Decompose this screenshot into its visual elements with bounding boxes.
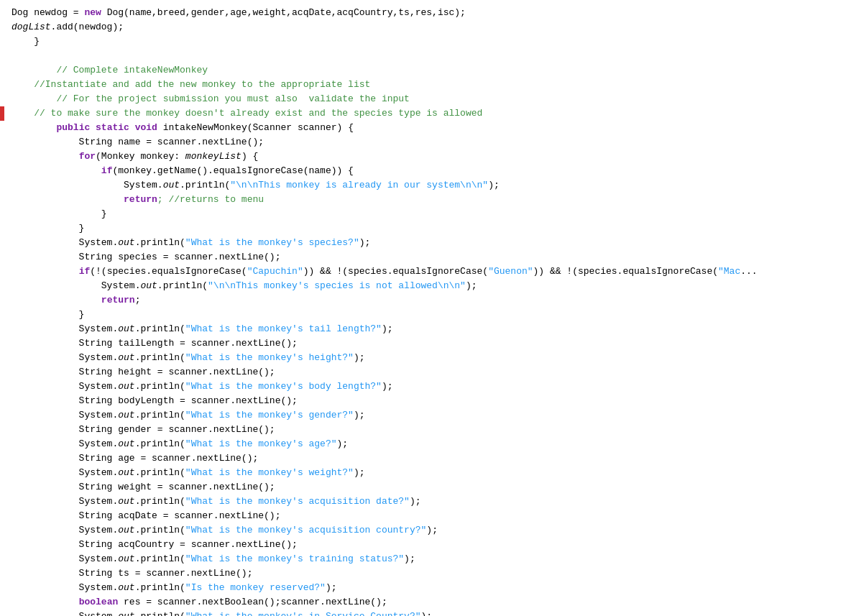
token-comment: // to make sure the monkey doesn't alrea…: [12, 108, 482, 119]
code-line: System.out.println("Is the monkey reserv…: [0, 581, 846, 595]
token-out-italic: out: [118, 611, 134, 616]
token-plain: }: [12, 36, 40, 47]
token-plain: System.: [12, 611, 118, 616]
token-plain: String age = scanner.nextLine();: [12, 453, 258, 464]
line-content: for(Monkey monkey: monkeyList) {: [4, 150, 846, 164]
code-line: public static void intakeNewMonkey(Scann…: [0, 121, 846, 135]
token-comment: //Instantiate and add the new monkey to …: [12, 79, 370, 90]
line-content: System.out.println("What is the monkey's…: [4, 495, 846, 509]
token-out-italic: out: [118, 553, 134, 564]
line-content: // to make sure the monkey doesn't alrea…: [4, 106, 846, 121]
line-content: String tailLength = scanner.nextLine();: [4, 336, 846, 351]
token-plain: .println(: [157, 280, 208, 291]
token-plain: String species = scanner.nextLine();: [12, 252, 280, 262]
code-line: System.out.println("What is the monkey's…: [0, 437, 846, 451]
token-plain: );: [410, 496, 421, 507]
code-line: }: [0, 35, 846, 49]
code-line: System.out.println("What is the monkey's…: [0, 408, 846, 423]
token-plain: .println(: [135, 611, 185, 616]
token-plain: ...: [740, 266, 757, 277]
token-comment-inline: ; //returns to menu: [157, 194, 264, 205]
code-line: String age = scanner.nextLine();: [0, 451, 846, 466]
token-blue-string: "What is the monkey's training status?": [185, 553, 404, 564]
token-blue-string: "Capuchin": [247, 266, 303, 277]
line-content: String weight = scanner.nextLine();: [4, 480, 846, 495]
token-plain: .println(: [135, 352, 185, 363]
token-plain: .println(: [135, 496, 185, 507]
token-kw: return: [124, 194, 157, 205]
token-plain: [12, 266, 79, 277]
code-line: String ts = scanner.nextLine();: [0, 566, 846, 581]
line-content: boolean res = scanner.nextBoolean();scan…: [4, 595, 846, 610]
line-content: System.out.println("What is the monkey's…: [4, 437, 846, 451]
token-blue-string: "Mac: [718, 266, 740, 277]
token-blue-string: "\n\nThis monkey is already in our syste…: [230, 180, 488, 190]
token-out-italic: out: [140, 280, 157, 291]
token-blue-string: "What is the monkey's weight?": [185, 467, 354, 478]
line-content: System.out.println("What is the monkey's…: [4, 322, 846, 336]
token-plain: System.: [12, 410, 118, 420]
code-editor: Dog newdog = new Dog(name,breed,gender,a…: [0, 0, 846, 616]
token-plain: }: [12, 208, 107, 219]
token-plain: .println(: [180, 180, 230, 190]
line-content: dogList.add(newdog);: [4, 20, 846, 35]
line-content: String bodyLength = scanner.nextLine();: [4, 394, 846, 408]
token-plain: String acqCountry = scanner.nextLine();: [12, 539, 298, 550]
token-plain: );: [382, 381, 393, 392]
code-line: System.out.println("What is the monkey's…: [0, 351, 846, 365]
line-content: System.out.println("What is the monkey's…: [4, 466, 846, 480]
token-plain: }: [12, 223, 84, 234]
code-line: if(monkey.getName().equalsIgnoreCase(nam…: [0, 164, 846, 178]
token-kw: new: [84, 7, 101, 18]
line-content: String height = scanner.nextLine();: [4, 365, 846, 380]
token-plain: Dog newdog =: [12, 7, 84, 18]
token-plain: String tailLength = scanner.nextLine();: [12, 338, 298, 349]
token-plain: )) && !(species.equalsIgnoreCase(: [533, 266, 718, 277]
code-line: // Complete intakeNewMonkey: [0, 63, 846, 78]
token-plain: (!(species.equalsIgnoreCase(: [90, 266, 247, 277]
token-plain: [12, 122, 56, 133]
token-plain: .println(: [135, 525, 185, 535]
token-blue-string: "What is the monkey's in Service Country…: [185, 611, 421, 616]
token-kw: void: [135, 122, 157, 133]
code-line: System.out.println("What is the monkey's…: [0, 495, 846, 509]
token-blue-string: "What is the monkey's age?": [185, 438, 337, 449]
token-plain: );: [354, 467, 365, 478]
token-plain: ) {: [242, 151, 258, 162]
token-comment: // For the project submission you must a…: [12, 93, 410, 104]
line-content: return; //returns to menu: [4, 193, 846, 207]
line-content: }: [4, 221, 846, 236]
token-blue-string: "What is the monkey's gender?": [185, 410, 354, 420]
line-content: System.out.println("What is the monkey's…: [4, 380, 846, 394]
token-plain: System.: [12, 323, 118, 334]
token-plain: System.: [12, 381, 118, 392]
token-plain: System.: [12, 180, 163, 190]
code-line: return; //returns to menu: [0, 193, 846, 207]
code-line: dogList.add(newdog);: [0, 20, 846, 35]
token-plain: String name = scanner.nextLine();: [12, 137, 264, 147]
token-plain: )) && !(species.equalsIgnoreCase(: [303, 266, 488, 277]
token-plain: .println(: [135, 467, 185, 478]
code-line: System.out.println("What is the monkey's…: [0, 466, 846, 480]
code-line: String weight = scanner.nextLine();: [0, 480, 846, 495]
token-blue-string: "What is the monkey's acquisition countr…: [185, 525, 426, 535]
token-out-italic: out: [118, 237, 134, 248]
token-plain: System.: [12, 496, 118, 507]
line-content: System.out.println("Is the monkey reserv…: [4, 581, 846, 595]
line-content: }: [4, 308, 846, 322]
token-plain: [12, 151, 79, 162]
token-plain: String bodyLength = scanner.nextLine();: [12, 395, 298, 406]
token-plain: (Monkey monkey:: [96, 151, 185, 162]
line-content: }: [4, 207, 846, 221]
line-content: public static void intakeNewMonkey(Scann…: [4, 121, 846, 135]
code-line: //Instantiate and add the new monkey to …: [0, 78, 846, 92]
code-line: return;: [0, 293, 846, 308]
token-kw: if: [79, 266, 91, 277]
token-plain: String ts = scanner.nextLine();: [12, 568, 252, 579]
token-out-italic: out: [118, 496, 134, 507]
code-line: String acqDate = scanner.nextLine();: [0, 509, 846, 523]
line-content: String age = scanner.nextLine();: [4, 451, 846, 466]
code-line: }: [0, 207, 846, 221]
token-plain: String height = scanner.nextLine();: [12, 367, 275, 377]
token-plain: [12, 295, 101, 305]
